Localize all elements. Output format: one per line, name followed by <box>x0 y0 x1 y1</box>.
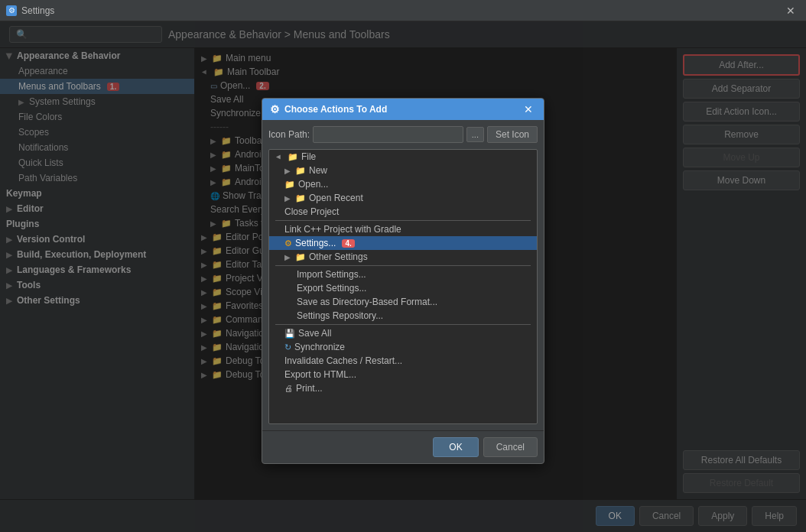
title-bar-left: ⚙ Settings <box>6 5 54 16</box>
dtree-export-settings[interactable]: Export Settings... <box>269 281 537 295</box>
settings-app-icon: ⚙ <box>6 5 17 16</box>
set-icon-button[interactable]: Set Icon <box>487 126 538 143</box>
dialog-ok-button[interactable]: OK <box>433 437 478 457</box>
dialog-overlay: ⚙ Choose Actions To Add ✕ Icon Path: ...… <box>0 21 806 532</box>
dtree-file[interactable]: ▼ 📁 File <box>269 150 537 164</box>
arrow-icon: ▼ <box>275 153 283 161</box>
dtree-invalidate-caches[interactable]: Invalidate Caches / Restart... <box>269 354 537 368</box>
arrow-icon: ▶ <box>284 167 291 175</box>
dtree-import-settings[interactable]: Import Settings... <box>269 268 537 281</box>
dialog-separator-1 <box>275 220 531 221</box>
dtree-settings[interactable]: ⚙ Settings... 4. <box>269 236 537 250</box>
dtree-open[interactable]: 📁 Open... <box>269 177 537 191</box>
dialog-icon: ⚙ <box>270 103 280 115</box>
arrow-icon: ▶ <box>284 194 291 203</box>
folder-icon: 📁 <box>295 252 306 262</box>
dialog-tree[interactable]: ▼ 📁 File ▶ 📁 New 📁 Open... ▶ <box>268 149 538 424</box>
dtree-settings-repo[interactable]: Settings Repository... <box>269 309 537 323</box>
folder-icon: 📁 <box>284 180 295 190</box>
window-close-button[interactable]: ✕ <box>782 3 800 18</box>
dialog-title-text: ⚙ Choose Actions To Add <box>270 103 387 115</box>
dialog-separator-3 <box>275 324 531 325</box>
dtree-synchronize[interactable]: ↻ Synchronize <box>269 340 537 354</box>
settings-icon: ⚙ <box>284 238 292 248</box>
browse-button[interactable]: ... <box>466 127 484 142</box>
dialog-body: Icon Path: ... Set Icon ▼ 📁 File ▶ 📁 New <box>262 120 544 430</box>
dialog-title-bar: ⚙ Choose Actions To Add ✕ <box>262 99 544 120</box>
badge-4: 4. <box>342 239 354 248</box>
folder-icon: 📁 <box>295 166 306 176</box>
title-bar: ⚙ Settings ✕ <box>0 0 806 21</box>
print-icon: 🖨 <box>284 384 293 393</box>
sync-icon: ↻ <box>284 342 291 352</box>
dialog-close-button[interactable]: ✕ <box>521 103 536 115</box>
dtree-close-project[interactable]: Close Project <box>269 205 537 219</box>
dialog-cancel-button[interactable]: Cancel <box>483 437 538 457</box>
window-title: Settings <box>21 5 54 16</box>
folder-icon: 📁 <box>288 152 298 162</box>
arrow-icon: ▶ <box>284 253 291 261</box>
icon-path-row: Icon Path: ... Set Icon <box>268 126 538 143</box>
dtree-link-cpp[interactable]: Link C++ Project with Gradle <box>269 222 537 236</box>
icon-path-input[interactable] <box>313 126 463 143</box>
folder-icon: 📁 <box>295 193 306 203</box>
dtree-export-html[interactable]: Export to HTML... <box>269 368 537 381</box>
dialog-separator-2 <box>275 265 531 266</box>
dtree-open-recent[interactable]: ▶ 📁 Open Recent <box>269 191 537 205</box>
icon-path-label: Icon Path: <box>268 129 310 140</box>
choose-actions-dialog: ⚙ Choose Actions To Add ✕ Icon Path: ...… <box>262 98 544 464</box>
dialog-footer: OK Cancel <box>262 430 544 463</box>
dtree-save-all[interactable]: 💾 Save All <box>269 326 537 340</box>
dtree-print[interactable]: 🖨 Print... <box>269 381 537 395</box>
dtree-other-settings[interactable]: ▶ 📁 Other Settings <box>269 250 537 264</box>
save-all-icon: 💾 <box>284 329 295 339</box>
dtree-new[interactable]: ▶ 📁 New <box>269 164 537 177</box>
dtree-save-dir[interactable]: Save as Directory-Based Format... <box>269 295 537 309</box>
